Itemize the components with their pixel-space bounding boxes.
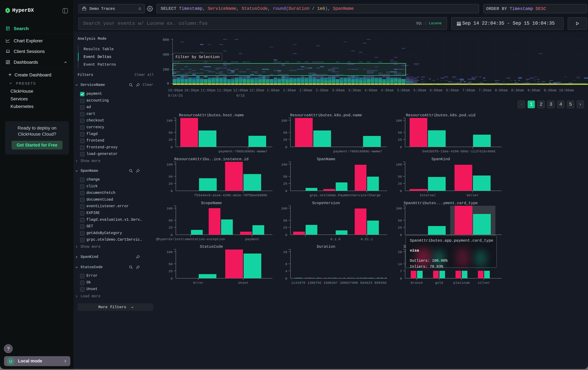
svg-text:3:00am: 3:00am (332, 89, 345, 92)
svg-text:4:30am: 4:30am (381, 89, 393, 92)
svg-text:0: 0 (400, 233, 402, 237)
svg-text:100: 100 (167, 207, 173, 210)
svg-text:7: 7 (400, 270, 402, 273)
svg-text:25: 25 (398, 182, 402, 186)
svg-text:100: 100 (281, 119, 287, 123)
svg-text:25: 25 (398, 138, 402, 142)
svg-text:6:30am: 6:30am (446, 89, 459, 92)
svg-text:25: 25 (168, 270, 173, 273)
svg-text:payment: payment (245, 238, 259, 241)
svg-text:5e02b5fb-13ae-4296-bbbc-111f42: 5e02b5fb-13ae-4296-bbbc-111f423c460d (422, 150, 495, 153)
svg-text:25: 25 (398, 226, 402, 230)
svg-text:0: 0 (400, 189, 402, 193)
svg-text:11:00pm: 11:00pm (200, 89, 215, 92)
svg-text:10:00am: 10:00am (559, 89, 574, 92)
svg-text:SpanName: SpanName (317, 157, 335, 161)
svg-text:ResourceAttributes.k8s.pod.nam: ResourceAttributes.k8s.pod.name (290, 113, 362, 117)
svg-text:9/15: 9/15 (236, 94, 245, 98)
svg-text:platinum: platinum (453, 281, 470, 285)
svg-text:0: 0 (400, 145, 402, 149)
svg-text:grpc.oteldemo.PaymentService/C: grpc.oteldemo.PaymentService/Charge (310, 193, 381, 197)
svg-text:5:00am: 5:00am (397, 89, 410, 92)
svg-text:400: 400 (163, 53, 169, 57)
svg-text:Duration: Duration (317, 245, 335, 249)
svg-text:Unset: Unset (238, 281, 248, 285)
svg-text:SpanAttributes...yment.card_ty: SpanAttributes...yment.card_type (404, 201, 478, 205)
svg-text:0: 0 (170, 145, 173, 149)
svg-text:6:00am: 6:00am (430, 89, 442, 92)
svg-text:25: 25 (168, 138, 173, 142)
svg-text:10:00pm: 10:00pm (168, 89, 183, 92)
svg-text:50: 50 (168, 175, 173, 179)
svg-text:100: 100 (396, 119, 402, 123)
svg-text:0: 0 (400, 277, 402, 280)
svg-text:50: 50 (168, 262, 173, 266)
svg-text:2:30am: 2:30am (315, 89, 328, 92)
svg-text:10:30pm: 10:30pm (184, 89, 199, 92)
svg-text:9:30am: 9:30am (544, 89, 556, 92)
svg-text:11:30pm: 11:30pm (217, 89, 231, 92)
svg-text:50: 50 (283, 219, 287, 222)
svg-text:1:00am: 1:00am (267, 89, 280, 92)
svg-text:50: 50 (398, 175, 402, 179)
svg-text:0: 0 (170, 277, 173, 280)
svg-text:0: 0 (167, 82, 169, 86)
svg-text:0: 0 (285, 233, 287, 237)
svg-text:50: 50 (283, 175, 287, 179)
svg-text:100: 100 (396, 163, 402, 167)
svg-text:Server: Server (466, 193, 479, 197)
svg-text:9:00am: 9:00am (527, 89, 540, 92)
svg-text:8: 8 (285, 262, 287, 266)
svg-text:12:00am: 12:00am (233, 89, 248, 92)
svg-text:payment-7985c8969c-mwmw7: payment-7985c8969c-mwmw7 (219, 150, 267, 153)
svg-text:@hyperdx/instrumentation-excep: @hyperdx/instrumentation-exception (156, 238, 225, 241)
svg-text:25: 25 (168, 226, 173, 230)
svg-text:25: 25 (168, 182, 173, 186)
svg-text:ResourceAttributes.host.name: ResourceAttributes.host.name (179, 113, 244, 117)
svg-text:25: 25 (283, 138, 287, 142)
svg-text:28: 28 (398, 250, 402, 254)
svg-text:100: 100 (167, 250, 173, 254)
svg-text:bronze: bronze (410, 281, 423, 285)
svg-text:Internal: Internal (420, 193, 436, 197)
svg-text:0: 0 (285, 145, 287, 149)
svg-text:600: 600 (163, 38, 169, 42)
svg-text:ResourceAttributes.k8s.pod.uid: ResourceAttributes.k8s.pod.uid (406, 113, 475, 117)
svg-text:0: 0 (285, 189, 287, 193)
svg-text:1:30am: 1:30am (283, 89, 296, 92)
svg-text:8:30am: 8:30am (511, 89, 524, 92)
svg-text:0.1.0: 0.1.0 (330, 238, 340, 241)
svg-text:7:00am: 7:00am (462, 89, 475, 92)
svg-text:50: 50 (168, 131, 173, 135)
svg-text:0: 0 (170, 233, 173, 237)
svg-text:100: 100 (167, 119, 173, 123)
svg-text:0.51.1: 0.51.1 (361, 238, 373, 241)
svg-text:9/14/25: 9/14/25 (168, 94, 183, 98)
svg-text:0: 0 (285, 277, 287, 280)
svg-text:5:30am: 5:30am (413, 89, 426, 92)
svg-text:12:30am: 12:30am (249, 89, 264, 92)
svg-text:100: 100 (281, 163, 287, 167)
svg-text:ResourceAttribu..ice.instance.: ResourceAttribu..ice.instance.id (174, 157, 249, 161)
svg-text:ScopeName: ScopeName (201, 201, 222, 205)
svg-text:StatusCode: StatusCode (200, 245, 223, 249)
svg-text:50: 50 (168, 219, 173, 222)
svg-text:gold: gold (435, 281, 443, 285)
svg-text:16: 16 (283, 250, 287, 254)
svg-text:100: 100 (167, 163, 173, 167)
svg-text:4: 4 (285, 270, 287, 273)
svg-text:SpanKind: SpanKind (431, 157, 450, 161)
svg-text:3:30am: 3:30am (348, 89, 361, 92)
svg-text:100: 100 (281, 207, 287, 210)
svg-text:1141978 1386792 1600267 200027: 1141978 1386792 1600267 200027900 584623… (291, 281, 386, 285)
svg-text:50: 50 (283, 131, 287, 135)
svg-text:25: 25 (283, 182, 287, 186)
svg-text:7:30am: 7:30am (479, 89, 491, 92)
svg-text:8:00am: 8:00am (495, 89, 507, 92)
svg-text:200: 200 (163, 68, 169, 72)
svg-text:50: 50 (398, 219, 402, 222)
svg-text:Error: Error (193, 281, 203, 285)
svg-text:100: 100 (396, 207, 402, 210)
svg-text:14: 14 (398, 262, 402, 266)
svg-text:silver: silver (478, 281, 490, 285)
